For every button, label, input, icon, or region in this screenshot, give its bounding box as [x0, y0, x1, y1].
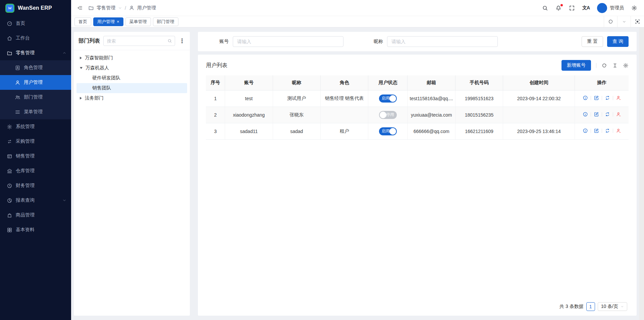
- tab-menu-management[interactable]: 菜单管理: [125, 17, 151, 26]
- status-toggle[interactable]: 启用: [379, 94, 397, 103]
- caret-right-icon[interactable]: [80, 57, 82, 59]
- sidebar-item-departments[interactable]: 部门管理: [0, 90, 71, 105]
- logo: WanSen ERP: [0, 0, 71, 16]
- app-title: WanSen ERP: [18, 5, 52, 11]
- sidebar-item-purchase[interactable]: 采购管理: [0, 134, 71, 149]
- goods-icon: [7, 212, 12, 218]
- info-icon[interactable]: [583, 112, 588, 117]
- table-header-row: 序号 账号 昵称 角色 用户状态 邮箱 手机号码 创建时间 操作: [206, 75, 629, 90]
- chevron-down-icon[interactable]: [118, 6, 122, 10]
- toggle-knob: [389, 128, 396, 135]
- department-icon: [15, 94, 20, 100]
- search-icon[interactable]: [167, 39, 172, 43]
- info-icon[interactable]: [583, 95, 588, 101]
- sidebar-item-goods[interactable]: 商品管理: [0, 208, 71, 222]
- sidebar-item-home[interactable]: 首页: [0, 16, 71, 31]
- row-height-icon[interactable]: [612, 63, 618, 68]
- breadcrumb-root[interactable]: 零售管理: [97, 5, 115, 11]
- edit-icon[interactable]: [594, 128, 599, 133]
- user-table: 序号 账号 昵称 角色 用户状态 邮箱 手机号码 创建时间 操作: [206, 75, 629, 140]
- maximize-icon[interactable]: [631, 16, 644, 27]
- sidebar: WanSen ERP 首页 工作台 零售管理 角色管理 用户管理: [0, 0, 71, 320]
- nickname-input[interactable]: [387, 36, 498, 47]
- more-options-icon[interactable]: ⋮: [178, 38, 186, 44]
- caret-right-icon[interactable]: [80, 97, 82, 100]
- logo-icon: [5, 4, 14, 13]
- gear-icon[interactable]: [631, 5, 637, 11]
- breadcrumb-separator: /: [125, 5, 126, 11]
- refresh-icon[interactable]: [604, 16, 617, 27]
- table-row: 2 xiaodongzhang 张晓东 停用: [206, 107, 629, 123]
- chevron-down-icon: [62, 198, 66, 202]
- sidebar-item-sales[interactable]: 销售管理: [0, 149, 71, 164]
- tree-node[interactable]: 硬件研发团队: [76, 73, 187, 83]
- translate-icon[interactable]: 文A: [582, 5, 590, 11]
- sidebar-item-label: 报表查询: [16, 197, 35, 203]
- sidebar-item-basic-data[interactable]: 基本资料: [0, 222, 71, 237]
- page-size-select[interactable]: 10 条/页: [598, 302, 627, 311]
- notification-bell-icon[interactable]: [555, 5, 561, 11]
- column-account: 账号: [225, 75, 273, 90]
- user-list-title: 用户列表: [206, 62, 227, 69]
- workbench-icon: [7, 36, 12, 41]
- filter-bar: 账号 昵称 重 置 查 询: [198, 32, 637, 51]
- sidebar-item-label: 基本资料: [16, 227, 35, 233]
- refresh-icon[interactable]: [601, 63, 607, 68]
- close-icon[interactable]: ×: [117, 19, 119, 24]
- sidebar-item-system[interactable]: 系统管理: [0, 119, 71, 134]
- sidebar-item-workbench[interactable]: 工作台: [0, 31, 71, 46]
- search-icon[interactable]: [542, 5, 548, 11]
- sidebar-item-label: 采购管理: [16, 138, 35, 144]
- user-menu[interactable]: 管理员: [597, 3, 624, 13]
- account-input[interactable]: [233, 36, 343, 47]
- status-toggle[interactable]: 启用: [379, 127, 397, 135]
- tree-node[interactable]: 万森智能部门: [76, 53, 187, 63]
- sidebar-item-finance[interactable]: 财务管理: [0, 178, 71, 193]
- department-panel: 部门列表 ⋮ 万森智能部门 万森机器人: [74, 32, 190, 316]
- fullscreen-icon[interactable]: [569, 5, 575, 11]
- menu-fold-icon[interactable]: [77, 5, 83, 11]
- page-number[interactable]: 1: [586, 302, 595, 311]
- chevron-down-icon[interactable]: [617, 16, 631, 27]
- tab-bar: 首页 用户管理 × 菜单管理 部门管理: [71, 16, 644, 27]
- caret-down-icon[interactable]: [80, 67, 83, 69]
- info-icon[interactable]: [583, 128, 588, 133]
- sidebar-item-label: 菜单管理: [24, 109, 43, 115]
- edit-icon[interactable]: [594, 112, 599, 117]
- sidebar-item-roles[interactable]: 角色管理: [0, 60, 71, 75]
- tab-user-management[interactable]: 用户管理 ×: [93, 17, 123, 26]
- avatar[interactable]: [597, 3, 607, 13]
- remove-user-icon[interactable]: [616, 128, 621, 133]
- remove-user-icon[interactable]: [616, 112, 621, 117]
- department-search: [103, 36, 175, 46]
- department-search-input[interactable]: [107, 39, 167, 44]
- scrollbar[interactable]: [639, 27, 644, 320]
- edit-icon[interactable]: [594, 95, 599, 101]
- gear-icon[interactable]: [623, 63, 629, 68]
- tree-node[interactable]: 万森机器人: [76, 63, 187, 73]
- add-account-button[interactable]: 新增账号: [561, 60, 591, 71]
- sidebar-item-warehouse[interactable]: 仓库管理: [0, 164, 71, 178]
- status-toggle[interactable]: 停用: [379, 111, 397, 119]
- tab-controls: [604, 16, 644, 27]
- sidebar-item-menus[interactable]: 菜单管理: [0, 105, 71, 119]
- column-status: 用户状态: [368, 75, 408, 90]
- sidebar-item-users[interactable]: 用户管理: [0, 75, 71, 90]
- remove-user-icon[interactable]: [616, 95, 621, 101]
- column-role: 角色: [320, 75, 368, 90]
- sidebar-item-reports[interactable]: 报表查询: [0, 193, 71, 208]
- tree-node[interactable]: 法务部门: [76, 93, 187, 103]
- sidebar-item-retail[interactable]: 零售管理: [0, 46, 71, 60]
- filter-account-group: 账号: [219, 36, 343, 47]
- tab-home[interactable]: 首页: [74, 17, 91, 26]
- tree-node-selected[interactable]: 销售团队: [76, 83, 187, 93]
- sidebar-item-label: 零售管理: [16, 50, 35, 56]
- query-button[interactable]: 查 询: [607, 36, 629, 47]
- sync-icon[interactable]: [605, 112, 610, 117]
- reset-button[interactable]: 重 置: [582, 36, 603, 47]
- tab-department-management[interactable]: 部门管理: [153, 17, 178, 26]
- user-icon: [129, 5, 135, 11]
- sync-icon[interactable]: [605, 128, 610, 133]
- sync-icon[interactable]: [605, 95, 610, 101]
- column-nickname: 昵称: [273, 75, 320, 90]
